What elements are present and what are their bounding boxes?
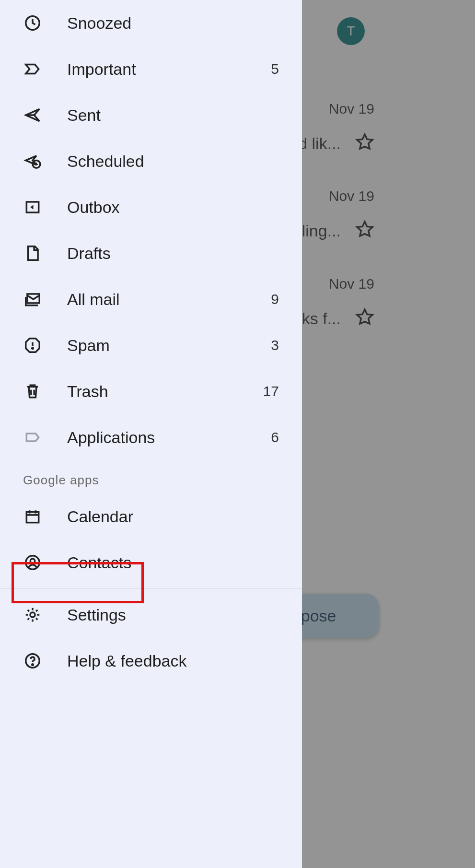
- nav-label: Important: [67, 60, 271, 79]
- nav-label: Sent: [67, 106, 279, 125]
- send-icon: [23, 106, 42, 125]
- svg-point-10: [32, 664, 34, 666]
- trash-icon: [23, 382, 42, 401]
- nav-item-trash[interactable]: Trash 17: [0, 368, 302, 414]
- nav-count: 17: [263, 383, 289, 399]
- nav-label: Settings: [67, 606, 289, 624]
- svg-point-7: [30, 559, 35, 563]
- nav-label: Outbox: [67, 198, 279, 217]
- nav-item-important[interactable]: Important 5: [0, 46, 302, 92]
- nav-item-spam[interactable]: Spam 3: [0, 322, 302, 368]
- draft-icon: [23, 244, 42, 263]
- contacts-icon: [23, 553, 42, 572]
- nav-label: Help & feedback: [67, 652, 289, 670]
- nav-label: Snoozed: [67, 14, 279, 33]
- nav-label: Applications: [67, 428, 271, 447]
- important-icon: [23, 59, 42, 79]
- svg-point-4: [32, 348, 34, 349]
- nav-label: Scheduled: [67, 152, 279, 171]
- nav-count: 5: [271, 61, 289, 77]
- nav-item-scheduled[interactable]: Scheduled: [0, 138, 302, 184]
- svg-rect-5: [26, 512, 38, 523]
- nav-item-applications[interactable]: Applications 6: [0, 414, 302, 460]
- nav-item-settings[interactable]: Settings: [0, 592, 302, 638]
- nav-item-sent[interactable]: Sent: [0, 92, 302, 138]
- nav-count: 9: [271, 291, 289, 307]
- clock-icon: [23, 13, 42, 33]
- help-icon: [23, 651, 42, 670]
- allmail-icon: [23, 290, 42, 309]
- outbox-icon: [23, 198, 42, 217]
- nav-item-snoozed[interactable]: Snoozed: [0, 0, 302, 46]
- scheduled-icon: [23, 152, 42, 171]
- nav-label: Trash: [67, 382, 263, 401]
- nav-label: Contacts: [67, 553, 289, 572]
- spam-icon: [23, 336, 42, 355]
- nav-item-outbox[interactable]: Outbox: [0, 184, 302, 230]
- divider: [0, 588, 302, 589]
- calendar-icon: [23, 507, 42, 526]
- nav-label: Spam: [67, 336, 271, 355]
- nav-item-allmail[interactable]: All mail 9: [0, 276, 302, 322]
- nav-item-help[interactable]: Help & feedback: [0, 638, 302, 684]
- settings-icon: [23, 605, 42, 624]
- nav-count: 6: [271, 429, 289, 446]
- section-header-google-apps: Google apps: [0, 460, 302, 493]
- nav-label: Drafts: [67, 244, 279, 263]
- nav-item-drafts[interactable]: Drafts: [0, 230, 302, 276]
- nav-count: 3: [271, 337, 289, 353]
- navigation-drawer: Snoozed Important 5 Sent Scheduled: [0, 0, 302, 868]
- label-icon: [23, 428, 42, 447]
- nav-item-calendar[interactable]: Calendar: [0, 493, 302, 540]
- nav-label: Calendar: [67, 507, 289, 526]
- nav-item-contacts[interactable]: Contacts: [0, 540, 302, 586]
- nav-label: All mail: [67, 290, 271, 309]
- svg-point-8: [30, 612, 35, 617]
